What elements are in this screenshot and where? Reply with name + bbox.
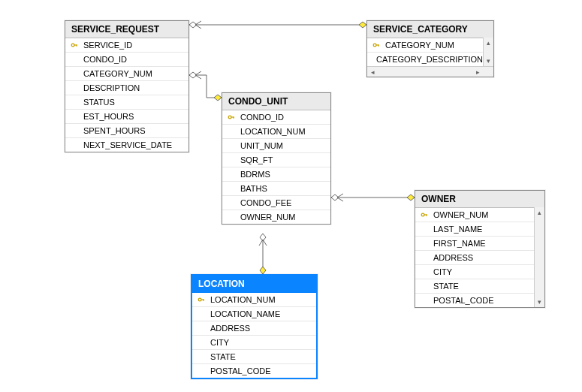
table-owner[interactable]: OWNER OWNER_NUMLAST_NAMEFIRST_NAMEADDRES… [415, 190, 545, 308]
primary-key-icon [420, 211, 429, 219]
scroll-down-icon[interactable] [484, 56, 494, 66]
column-row[interactable]: BATHS [222, 182, 330, 196]
vertical-scrollbar[interactable] [483, 38, 493, 66]
column-list: CONDO_IDLOCATION_NUMUNIT_NUMSQR_FTBDRMSB… [222, 110, 330, 224]
svg-rect-21 [378, 44, 379, 47]
column-row[interactable]: STATE [192, 350, 316, 364]
column-name: UNIT_NUM [240, 141, 283, 150]
column-row[interactable]: NEXT_SERVICE_DATE [65, 138, 188, 152]
column-name: ADDRESS [210, 324, 250, 333]
column-row[interactable]: FIRST_NAME [415, 237, 534, 251]
column-name: CATEGORY_DESCRIPTION [376, 55, 483, 64]
column-name: CITY [210, 338, 229, 347]
column-list: SERVICE_IDCONDO_IDCATEGORY_NUMDESCRIPTIO… [65, 38, 188, 152]
svg-line-12 [337, 198, 343, 201]
table-service-request[interactable]: SERVICE_REQUEST SERVICE_IDCONDO_IDCATEGO… [65, 20, 189, 152]
column-row[interactable]: DESCRIPTION [65, 81, 188, 95]
table-header[interactable]: OWNER [415, 191, 544, 208]
column-row[interactable]: CITY [415, 265, 534, 279]
column-name: LOCATION_NAME [210, 309, 280, 318]
rel-condo-unit-location [259, 234, 267, 274]
column-name: SERVICE_ID [83, 41, 132, 50]
svg-rect-27 [427, 214, 427, 216]
column-name: NEXT_SERVICE_DATE [83, 140, 172, 149]
er-diagram-canvas[interactable]: SERVICE_REQUEST SERVICE_IDCONDO_IDCATEGO… [0, 0, 582, 392]
vertical-scrollbar[interactable] [534, 207, 544, 307]
column-name: CONDO_ID [83, 55, 127, 64]
column-name: LOCATION_NUM [240, 127, 306, 136]
table-title: CONDO_UNIT [228, 96, 288, 107]
svg-rect-24 [234, 116, 234, 119]
column-row[interactable]: CATEGORY_DESCRIPTION [367, 53, 483, 66]
svg-line-11 [337, 194, 343, 198]
primary-key-icon [197, 296, 206, 303]
column-row[interactable]: EST_HOURS [65, 110, 188, 124]
table-service-category[interactable]: SERVICE_CATEGORY CATEGORY_NUMCATEGORY_DE… [366, 20, 494, 77]
table-title: OWNER [421, 194, 456, 204]
table-header[interactable]: SERVICE_CATEGORY [367, 21, 493, 38]
column-row[interactable]: CATEGORY_NUM [367, 38, 483, 53]
column-name: CATEGORY_NUM [385, 41, 454, 50]
primary-key-icon [70, 41, 79, 49]
scroll-right-icon[interactable] [472, 67, 483, 77]
column-row[interactable]: LOCATION_NUM [222, 125, 330, 139]
column-row[interactable]: STATUS [65, 95, 188, 110]
table-header[interactable]: LOCATION [192, 276, 316, 293]
column-name: SPENT_HOURS [83, 126, 146, 135]
svg-line-6 [195, 71, 201, 75]
column-name: OWNER_NUM [433, 210, 488, 219]
column-name: CITY [433, 267, 452, 276]
column-row[interactable]: LOCATION_NAME [192, 307, 316, 321]
table-header[interactable]: SERVICE_REQUEST [65, 21, 188, 38]
column-name: STATE [210, 352, 236, 361]
table-title: SERVICE_CATEGORY [373, 24, 468, 35]
column-row[interactable]: SPENT_HOURS [65, 124, 188, 138]
horizontal-scrollbar[interactable] [367, 66, 493, 77]
svg-rect-18 [77, 44, 77, 47]
primary-key-icon [372, 41, 381, 49]
column-row[interactable]: ADDRESS [192, 321, 316, 336]
rel-service-request-service-category [189, 21, 366, 29]
column-name: OWNER_NUM [240, 213, 295, 222]
column-row[interactable]: BDRMS [222, 167, 330, 182]
column-name: FIRST_NAME [433, 239, 486, 248]
column-name: POSTAL_CODE [433, 296, 494, 305]
column-row[interactable]: CONDO_FEE [222, 196, 330, 210]
column-list: LOCATION_NUMLOCATION_NAMEADDRESSCITYSTAT… [192, 293, 316, 378]
svg-line-1 [195, 21, 201, 25]
rel-condo-unit-owner [331, 194, 415, 201]
column-name: EST_HOURS [83, 112, 134, 121]
column-row[interactable]: CITY [192, 336, 316, 350]
column-row[interactable]: LOCATION_NUM [192, 293, 316, 307]
column-row[interactable]: OWNER_NUM [222, 210, 330, 224]
table-condo-unit[interactable]: CONDO_UNIT CONDO_IDLOCATION_NUMUNIT_NUMS… [222, 92, 331, 225]
column-name: STATE [433, 282, 459, 291]
scroll-down-icon[interactable] [535, 297, 545, 307]
column-name: BATHS [240, 184, 267, 193]
column-row[interactable]: ADDRESS [415, 251, 534, 265]
scroll-up-icon[interactable] [535, 207, 545, 218]
svg-rect-30 [204, 299, 204, 301]
column-row[interactable]: CATEGORY_NUM [65, 67, 188, 81]
column-name: LAST_NAME [433, 225, 482, 234]
column-name: CONDO_ID [240, 113, 284, 122]
column-row[interactable]: POSTAL_CODE [415, 294, 534, 307]
column-row[interactable]: OWNER_NUM [415, 208, 534, 222]
scroll-left-icon[interactable] [367, 67, 378, 77]
table-title: SERVICE_REQUEST [71, 24, 159, 35]
column-row[interactable]: UNIT_NUM [222, 139, 330, 153]
column-row[interactable]: LAST_NAME [415, 222, 534, 237]
column-row[interactable]: SQR_FT [222, 153, 330, 167]
svg-line-7 [195, 75, 201, 79]
column-row[interactable]: SERVICE_ID [65, 38, 188, 53]
column-row[interactable]: STATE [415, 279, 534, 294]
column-name: STATUS [83, 98, 115, 107]
column-row[interactable]: CONDO_ID [65, 53, 188, 67]
column-name: BDRMS [240, 170, 270, 179]
column-name: LOCATION_NUM [210, 295, 276, 304]
table-header[interactable]: CONDO_UNIT [222, 93, 330, 110]
table-location[interactable]: LOCATION LOCATION_NUMLOCATION_NAMEADDRES… [191, 274, 318, 379]
column-row[interactable]: POSTAL_CODE [192, 364, 316, 378]
column-row[interactable]: CONDO_ID [222, 110, 330, 125]
scroll-up-icon[interactable] [484, 38, 494, 48]
